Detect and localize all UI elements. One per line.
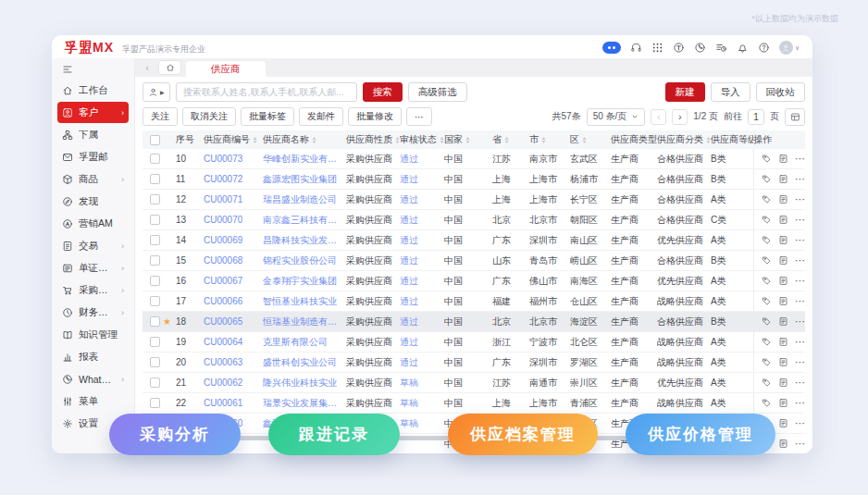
cell-name[interactable]: 隆兴伟业科技实业 — [263, 377, 337, 390]
more-icon[interactable]: ⋯ — [795, 173, 805, 185]
column-header-country[interactable]: 国家▲▼ — [444, 130, 492, 149]
cell-name[interactable]: 克里斯有限公司 — [263, 336, 328, 349]
tag-icon[interactable] — [762, 276, 772, 286]
cell-status[interactable]: 通过 — [400, 173, 418, 186]
cell-code[interactable]: CU00064 — [204, 337, 242, 347]
column-header-city[interactable]: 市▲▼ — [529, 130, 570, 149]
cell-status[interactable]: 草稿 — [400, 417, 418, 430]
memo-icon[interactable] — [778, 357, 788, 367]
table-row[interactable]: 21CU00062隆兴伟业科技实业采购供应商草稿中国江苏南通市崇川区生产商优先供… — [143, 373, 805, 393]
contact-filter-button[interactable]: ▶ — [143, 82, 170, 102]
page-size-select[interactable]: 50 条/页 — [587, 108, 646, 126]
apps-grid-icon[interactable] — [651, 42, 663, 54]
tag-icon[interactable] — [762, 235, 772, 245]
cell-code[interactable]: CU00062 — [204, 377, 242, 388]
batch-edit-button[interactable]: 批量修改 — [348, 107, 402, 126]
cell-status[interactable]: 通过 — [400, 234, 418, 247]
tab-suppliers[interactable]: 供应商 — [186, 61, 266, 77]
table-row[interactable]: 12CU00071瑞昌盛业制造公司采购供应商通过中国上海上海市长宁区生产商合格供… — [143, 190, 805, 210]
column-settings-button[interactable] — [785, 108, 805, 126]
cell-status[interactable]: 通过 — [400, 336, 418, 349]
more-icon[interactable]: ⋯ — [795, 417, 805, 429]
row-checkbox[interactable] — [150, 255, 160, 266]
cell-code[interactable]: CU00069 — [204, 235, 242, 245]
more-icon[interactable]: ⋯ — [795, 438, 805, 450]
more-icon[interactable]: ⋯ — [795, 336, 805, 348]
row-checkbox[interactable] — [150, 337, 160, 347]
row-checkbox[interactable] — [150, 215, 160, 225]
cell-status[interactable]: 通过 — [400, 295, 418, 308]
table-row[interactable]: 10CU00073华峰创新实业有限...采购供应商通过中国江苏南京市玄武区生产商… — [143, 149, 805, 169]
row-checkbox[interactable] — [150, 154, 160, 164]
sort-icon[interactable]: ▲▼ — [395, 136, 400, 143]
sidebar-item-reports[interactable]: 报表 — [57, 346, 129, 367]
memo-icon[interactable] — [778, 337, 788, 347]
goto-page-input[interactable] — [748, 109, 764, 125]
sort-icon[interactable]: ▲▼ — [253, 136, 257, 143]
next-page-button[interactable]: › — [672, 109, 688, 125]
search-input[interactable] — [176, 82, 357, 102]
cell-status[interactable]: 通过 — [400, 254, 418, 267]
column-header-status[interactable]: 审核状态▲▼ — [400, 130, 444, 149]
row-checkbox[interactable] — [150, 276, 160, 286]
more-icon[interactable]: ⋯ — [795, 214, 805, 226]
sort-icon[interactable]: ▲▼ — [706, 136, 711, 143]
supply-price-mgmt-button[interactable]: 供应价格管理 — [626, 414, 775, 455]
cell-name[interactable]: 盛世科创实业公司 — [263, 356, 337, 369]
send-mail-button[interactable]: 发邮件 — [299, 107, 343, 126]
bell-icon[interactable] — [737, 42, 749, 54]
search-button[interactable]: 搜索 — [363, 82, 403, 102]
table-row[interactable]: 22CU00061瑞景实业发展集团...采购供应商草稿中国上海上海市青浦区生产商… — [143, 393, 805, 414]
table-row[interactable]: 11CU00072鑫源宏图实业集团采购供应商通过中国上海上海市杨浦市生产商合格供… — [143, 169, 805, 190]
row-checkbox[interactable] — [150, 296, 160, 306]
cell-name[interactable]: 智恒基业科技实业 — [263, 295, 337, 308]
memo-icon[interactable] — [778, 174, 788, 184]
memo-icon[interactable] — [778, 418, 788, 428]
cell-code[interactable]: CU00072 — [204, 174, 242, 184]
sort-icon[interactable]: ▲▼ — [312, 136, 316, 143]
sort-icon[interactable]: ▲▼ — [504, 136, 509, 143]
memo-icon[interactable] — [778, 215, 788, 225]
sort-icon[interactable]: ▲▼ — [541, 136, 546, 143]
column-header-name[interactable]: 供应商名称▲▼ — [263, 130, 346, 149]
tag-icon[interactable] — [762, 174, 772, 184]
sidebar-item-marketing-am[interactable]: 营销AM — [57, 213, 129, 234]
sidebar-item-purchase-mgmt[interactable]: 采购管理› — [57, 279, 129, 301]
cell-status[interactable]: 通过 — [400, 214, 418, 227]
more-icon[interactable]: ⋯ — [795, 295, 805, 307]
cell-code[interactable]: CU00071 — [204, 194, 242, 204]
sort-icon[interactable]: ▲▼ — [465, 136, 470, 143]
more-icon[interactable]: ⋯ — [795, 377, 805, 389]
star-icon[interactable]: ★ — [163, 316, 171, 327]
advanced-filter-button[interactable]: 高级筛选 — [408, 82, 467, 102]
sidebar-item-discover[interactable]: 发现 — [57, 191, 129, 212]
cell-code[interactable]: CU00068 — [204, 255, 242, 266]
sidebar-item-products[interactable]: 商品› — [57, 168, 129, 190]
row-checkbox[interactable] — [150, 194, 160, 204]
cell-name[interactable]: 昌隆科技实业发展... — [263, 234, 344, 247]
memo-icon[interactable] — [778, 398, 788, 408]
row-checkbox[interactable] — [150, 377, 160, 388]
follow-up-records-button[interactable]: 跟进记录 — [268, 414, 400, 455]
sidebar-item-customers[interactable]: 客户› — [57, 102, 129, 123]
cell-code[interactable]: CU00065 — [204, 316, 242, 327]
follow-button[interactable]: 关注 — [143, 107, 178, 126]
memo-icon[interactable] — [778, 316, 788, 327]
row-checkbox[interactable] — [150, 174, 160, 184]
cell-name[interactable]: 锦程实业股份公司 — [263, 254, 337, 267]
ai-assistant-icon[interactable] — [602, 42, 621, 54]
help-icon[interactable] — [758, 42, 770, 54]
sidebar-item-finance-mgmt[interactable]: 财务管理› — [57, 302, 129, 323]
memo-icon[interactable] — [778, 377, 788, 388]
cell-code[interactable]: CU00070 — [204, 215, 242, 225]
cell-status[interactable]: 通过 — [400, 275, 418, 288]
sort-icon[interactable]: ▲▼ — [582, 136, 587, 143]
sidebar-item-whatsapp[interactable]: WhatsAp...› — [57, 368, 129, 390]
cell-status[interactable]: 通过 — [400, 356, 418, 369]
table-row[interactable]: 15CU00068锦程实业股份公司采购供应商通过中国山东青岛市崂山区生产商合格供… — [143, 251, 805, 271]
tag-icon[interactable] — [762, 377, 772, 388]
cell-status[interactable]: 草稿 — [400, 397, 418, 410]
cell-name[interactable]: 瑞景实业发展集团... — [263, 397, 344, 410]
column-header-type[interactable]: 供应商类型▲▼ — [611, 130, 657, 149]
sidebar-item-menu[interactable]: 菜单 — [57, 390, 129, 412]
